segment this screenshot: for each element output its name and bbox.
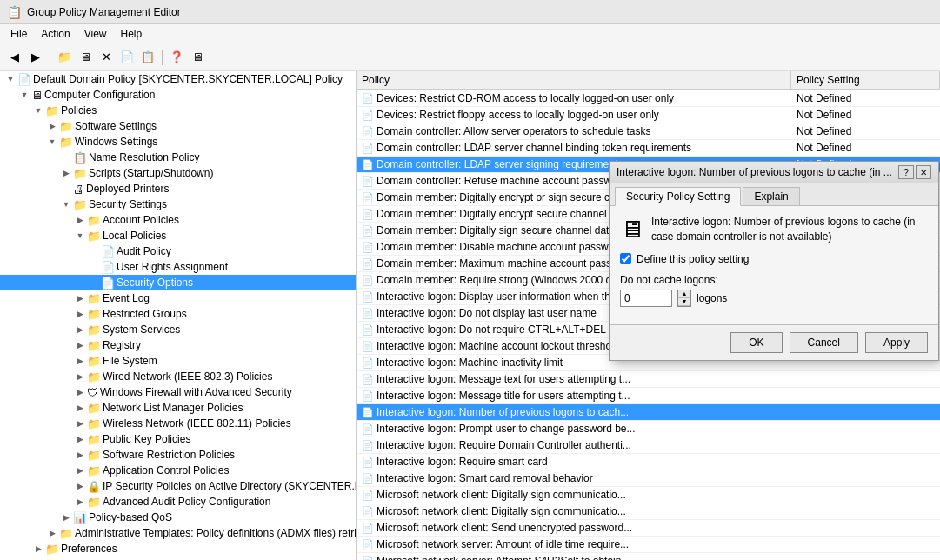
dialog-body: 🖥 Interactive logon: Number of previous … (610, 206, 938, 324)
dialog-field-section: Do not cache logons: ▲ ▼ logons (620, 274, 928, 307)
dialog-close-btn[interactable]: ✕ (916, 165, 931, 179)
dialog-policy-icon: 🖥 (620, 215, 644, 244)
dialog-spinner-up[interactable]: ▲ (678, 290, 690, 298)
dialog-unit: logons (697, 292, 727, 304)
dialog-input-row: ▲ ▼ logons (620, 290, 928, 307)
dialog-title-bar: Interactive logon: Number of previous lo… (610, 162, 938, 183)
dialog-spinner-down[interactable]: ▼ (678, 298, 690, 306)
dialog-desc-text: Interactive logon: Number of previous lo… (651, 215, 928, 244)
dialog-define-checkbox[interactable] (620, 253, 631, 264)
dialog-cancel-btn[interactable]: Cancel (790, 332, 858, 353)
dialog: Interactive logon: Number of previous lo… (609, 161, 939, 361)
dialog-checkbox-row: Define this policy setting (620, 253, 928, 265)
dialog-footer: OK Cancel Apply (610, 324, 938, 360)
dialog-desc-box: 🖥 Interactive logon: Number of previous … (620, 215, 928, 244)
dialog-spinner: ▲ ▼ (677, 290, 691, 307)
dialog-tab-security[interactable]: Security Policy Setting (615, 187, 741, 206)
dialog-ok-btn[interactable]: OK (730, 332, 782, 353)
dialog-tabs: Security Policy Setting Explain (610, 183, 938, 206)
dialog-help-btn[interactable]: ? (898, 165, 914, 179)
dialog-field-label: Do not cache logons: (620, 274, 928, 286)
dialog-apply-btn[interactable]: Apply (865, 332, 928, 353)
dialog-overlay: Interactive logon: Number of previous lo… (0, 0, 940, 560)
dialog-checkbox-label: Define this policy setting (637, 253, 749, 265)
dialog-tab-explain[interactable]: Explain (743, 187, 799, 205)
dialog-title-text: Interactive logon: Number of previous lo… (617, 166, 898, 178)
dialog-controls: ? ✕ (898, 165, 931, 179)
dialog-cache-input[interactable] (620, 290, 672, 307)
